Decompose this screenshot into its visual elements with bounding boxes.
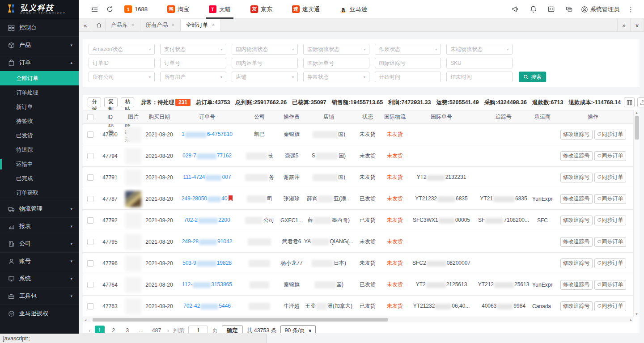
sync-order-button[interactable]: 同步订单 <box>594 237 626 247</box>
sync-order-button[interactable]: 同步订单 <box>594 173 626 182</box>
order-number-input[interactable] <box>160 58 226 68</box>
sync-order-button[interactable]: 同步订单 <box>594 194 626 204</box>
amazon-status-select[interactable]: Amazon状态▾ <box>89 44 155 55</box>
scroll-up-icon[interactable]: ▲ <box>635 111 639 115</box>
pending-count-badge[interactable]: 231 <box>175 99 191 106</box>
row-checkbox[interactable] <box>87 260 93 267</box>
close-icon[interactable]: × <box>131 22 135 28</box>
row-checkbox[interactable] <box>87 217 93 224</box>
tab-all-orders[interactable]: 全部订单 × <box>181 19 221 31</box>
sync-order-button[interactable]: 同步订单 <box>594 151 626 161</box>
sidebar-item-company[interactable]: 公司 ▾ <box>0 235 79 252</box>
order-number-link[interactable]: 702-22200 <box>184 217 230 223</box>
sku-input[interactable] <box>446 58 513 68</box>
horizontal-scrollbar[interactable]: ◂ ▸ <box>83 317 633 322</box>
bell-icon[interactable] <box>525 3 541 16</box>
sidebar-subitem-completed[interactable]: 已完成 <box>0 171 79 186</box>
order-number-link[interactable]: 249-2891042 <box>182 238 233 245</box>
tab-aliexpress[interactable]: 速 速卖通 <box>292 0 320 19</box>
scroll-right-icon[interactable]: ▸ <box>630 318 632 322</box>
sidebar-item-orders[interactable]: 订单 ▴ <box>0 54 79 71</box>
tab-options-icon[interactable]: ∨ <box>631 19 644 31</box>
vertical-scrollbar[interactable]: ▲ ▼ <box>633 110 640 317</box>
sidebar-subitem-shipped[interactable]: 已发货 <box>0 128 79 143</box>
order-number-link[interactable]: 111-4724007 <box>183 174 231 180</box>
more-options-icon[interactable]: ⋮ <box>624 5 638 13</box>
search-button[interactable]: 搜索 <box>519 72 546 82</box>
payment-status-select[interactable]: 支付状态▾ <box>160 44 226 55</box>
edit-tracking-button[interactable]: 修改追踪号 <box>560 194 593 204</box>
announcement-icon[interactable] <box>508 3 523 16</box>
copy-tracking-button[interactable]: 复制追踪号 <box>104 97 118 107</box>
order-number-link[interactable]: 249-2805040 <box>182 195 228 202</box>
void-status-select[interactable]: 作废状态▾ <box>375 44 441 55</box>
vertical-scroll-thumb[interactable] <box>635 116 639 140</box>
sidebar-item-accounts[interactable]: 账号 ▾ <box>0 252 79 270</box>
company-select[interactable]: 所有公司▾ <box>89 72 155 82</box>
sidebar-subitem-to-track[interactable]: 待追踪 <box>0 143 79 157</box>
order-number-link[interactable]: 503-919828 <box>182 260 232 266</box>
row-checkbox[interactable] <box>87 282 93 288</box>
sync-order-button[interactable]: 同步订单 <box>594 216 626 225</box>
tab-all-products[interactable]: 所有产品 × <box>140 19 181 31</box>
sidebar-subitem-all-orders[interactable]: 全部订单 <box>0 71 79 85</box>
export-icon[interactable] <box>637 97 644 107</box>
user-menu[interactable]: 系统管理员 <box>579 5 621 13</box>
tab-product-library[interactable]: 产品库 × <box>106 19 140 31</box>
collapse-sidebar-icon[interactable] <box>87 3 102 16</box>
sync-order-button[interactable]: 同步订单 <box>594 258 626 268</box>
start-time-input[interactable] <box>375 72 441 82</box>
apps-grid-icon[interactable] <box>543 3 559 16</box>
intl-tracking-input[interactable] <box>375 58 441 68</box>
scroll-left-icon[interactable]: ◂ <box>85 318 86 322</box>
tab-amazon[interactable]: a 亚马逊 <box>339 0 367 19</box>
intl-logistics-status-select[interactable]: 国际物流状态▾ <box>303 44 369 55</box>
user-select[interactable]: 所有用户▾ <box>160 72 226 82</box>
row-checkbox[interactable] <box>87 303 93 309</box>
sidebar-subitem-order-fetch[interactable]: 订单获取 <box>0 186 79 200</box>
sync-order-button[interactable]: 同步订单 <box>594 130 626 140</box>
edit-tracking-button[interactable]: 修改追踪号 <box>560 280 593 290</box>
edit-tracking-button[interactable]: 修改追踪号 <box>560 237 593 247</box>
edit-tracking-button[interactable]: 修改追踪号 <box>560 151 593 161</box>
sidebar-item-products[interactable]: 产品 ▾ <box>0 36 79 54</box>
row-checkbox[interactable] <box>87 196 93 202</box>
sidebar-subitem-order-processing[interactable]: 订单处理 <box>0 85 79 100</box>
scroll-tabs-right-icon[interactable]: » <box>617 19 631 31</box>
intl-waybill-input[interactable] <box>303 58 369 68</box>
sidebar-item-logistics[interactable]: 物流管理 ▾ <box>0 200 79 217</box>
close-icon[interactable]: × <box>212 22 215 28</box>
sidebar-subitem-in-transit[interactable]: 运输中 <box>0 157 79 171</box>
sync-order-button[interactable]: 同步订单 <box>594 280 626 290</box>
tab-jd[interactable]: 京 京东 <box>250 0 272 19</box>
order-number-link[interactable]: 16-4757810 <box>182 131 233 137</box>
row-checkbox[interactable] <box>87 239 93 245</box>
scroll-down-icon[interactable]: ▼ <box>635 312 639 316</box>
assign-button[interactable]: 分派 <box>88 97 101 107</box>
order-number-link[interactable]: 028-777162 <box>182 152 232 159</box>
sidebar-subitem-to-sign[interactable]: 待签收 <box>0 114 79 128</box>
paste-tracking-button[interactable]: 粘贴追踪结果 <box>121 97 134 107</box>
edit-tracking-button[interactable]: 修改追踪号 <box>560 301 593 311</box>
edit-tracking-button[interactable]: 修改追踪号 <box>560 258 593 268</box>
domestic-waybill-input[interactable] <box>232 58 298 68</box>
sync-order-button[interactable]: 同步订单 <box>594 301 626 311</box>
end-time-input[interactable] <box>446 72 513 82</box>
select-all-checkbox[interactable] <box>87 114 93 120</box>
edit-tracking-button[interactable]: 修改追踪号 <box>560 173 593 182</box>
tab-1688[interactable]: 1 1688 <box>124 0 148 19</box>
edit-tracking-button[interactable]: 修改追踪号 <box>560 130 593 140</box>
domestic-logistics-status-select[interactable]: 国内物流状态▾ <box>232 44 298 55</box>
currency-exchange-icon[interactable] <box>561 3 576 16</box>
columns-settings-icon[interactable] <box>624 97 635 107</box>
scroll-tabs-left-icon[interactable]: « <box>79 19 92 31</box>
edit-tracking-button[interactable]: 修改追踪号 <box>560 216 593 225</box>
tab-tmall[interactable]: T 天猫 <box>209 0 231 19</box>
order-number-link[interactable]: 112-3153865 <box>182 281 232 288</box>
tab-taobao[interactable]: 淘 淘宝 <box>167 0 189 19</box>
sidebar-subitem-new-orders[interactable]: 新订单 <box>0 100 79 114</box>
order-number-link[interactable]: 702-425446 <box>183 303 231 309</box>
horizontal-scroll-thumb[interactable] <box>93 318 388 322</box>
row-checkbox[interactable] <box>87 153 93 159</box>
close-icon[interactable]: × <box>172 22 175 28</box>
